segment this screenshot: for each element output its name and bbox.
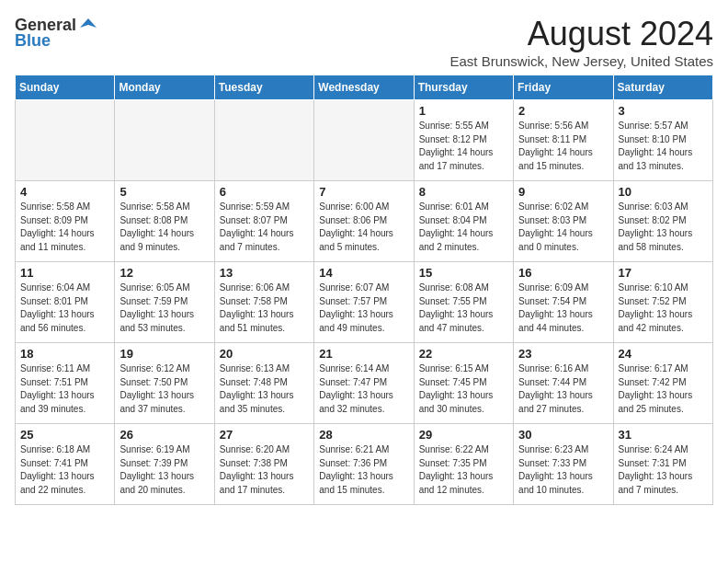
calendar-cell: 3Sunrise: 5:57 AM Sunset: 8:10 PM Daylig… [613, 100, 712, 181]
calendar-cell: 29Sunrise: 6:22 AM Sunset: 7:35 PM Dayli… [414, 424, 513, 505]
calendar-cell: 7Sunrise: 6:00 AM Sunset: 8:06 PM Daylig… [314, 181, 414, 262]
day-info: Sunrise: 6:21 AM Sunset: 7:36 PM Dayligh… [319, 443, 408, 497]
day-info: Sunrise: 6:05 AM Sunset: 7:59 PM Dayligh… [119, 282, 209, 335]
day-info: Sunrise: 6:10 AM Sunset: 7:52 PM Dayligh… [619, 282, 708, 335]
calendar-week-row: 1Sunrise: 5:55 AM Sunset: 8:12 PM Daylig… [16, 100, 713, 181]
title-area: August 2024 East Brunswick, New Jersey, … [450, 15, 714, 69]
day-info: Sunrise: 6:08 AM Sunset: 7:55 PM Dayligh… [419, 282, 508, 335]
day-number: 9 [518, 185, 608, 199]
logo-blue: Blue [15, 31, 51, 51]
day-info: Sunrise: 6:11 AM Sunset: 7:51 PM Dayligh… [20, 362, 109, 416]
day-info: Sunrise: 6:01 AM Sunset: 8:04 PM Dayligh… [419, 201, 508, 254]
calendar-cell: 20Sunrise: 6:13 AM Sunset: 7:48 PM Dayli… [214, 343, 313, 424]
calendar-cell: 16Sunrise: 6:09 AM Sunset: 7:54 PM Dayli… [514, 262, 613, 343]
day-number: 6 [220, 185, 309, 199]
calendar-cell: 19Sunrise: 6:12 AM Sunset: 7:50 PM Dayli… [115, 343, 214, 424]
day-number: 18 [20, 347, 109, 361]
weekday-header-row: SundayMondayTuesdayWednesdayThursdayFrid… [16, 75, 713, 100]
calendar-table: SundayMondayTuesdayWednesdayThursdayFrid… [15, 75, 713, 505]
day-number: 10 [619, 185, 708, 199]
day-number: 26 [119, 428, 209, 442]
calendar-cell [16, 100, 115, 181]
day-number: 14 [319, 266, 408, 280]
weekday-header-thursday: Thursday [414, 75, 513, 100]
calendar-cell: 14Sunrise: 6:07 AM Sunset: 7:57 PM Dayli… [314, 262, 414, 343]
day-number: 29 [419, 428, 508, 442]
day-number: 11 [20, 266, 109, 280]
day-number: 19 [119, 347, 209, 361]
day-info: Sunrise: 6:17 AM Sunset: 7:42 PM Dayligh… [619, 362, 708, 416]
day-info: Sunrise: 5:58 AM Sunset: 8:09 PM Dayligh… [20, 201, 109, 254]
calendar-cell: 24Sunrise: 6:17 AM Sunset: 7:42 PM Dayli… [613, 343, 712, 424]
day-number: 28 [319, 428, 408, 442]
day-info: Sunrise: 6:16 AM Sunset: 7:44 PM Dayligh… [518, 362, 608, 416]
day-info: Sunrise: 6:14 AM Sunset: 7:47 PM Dayligh… [319, 362, 408, 416]
weekday-header-friday: Friday [514, 75, 613, 100]
logo: General Blue [15, 15, 98, 51]
day-info: Sunrise: 5:59 AM Sunset: 8:07 PM Dayligh… [220, 201, 309, 254]
day-number: 23 [518, 347, 608, 361]
logo-bird-icon [78, 15, 98, 35]
calendar-cell [115, 100, 214, 181]
calendar-cell: 12Sunrise: 6:05 AM Sunset: 7:59 PM Dayli… [115, 262, 214, 343]
day-number: 30 [518, 428, 608, 442]
weekday-header-monday: Monday [115, 75, 214, 100]
day-number: 21 [319, 347, 408, 361]
day-info: Sunrise: 6:09 AM Sunset: 7:54 PM Dayligh… [518, 282, 608, 335]
calendar-week-row: 25Sunrise: 6:18 AM Sunset: 7:41 PM Dayli… [16, 424, 713, 505]
day-number: 1 [419, 104, 508, 118]
calendar-cell [214, 100, 313, 181]
calendar-cell: 31Sunrise: 6:24 AM Sunset: 7:31 PM Dayli… [613, 424, 712, 505]
day-number: 4 [20, 185, 109, 199]
day-info: Sunrise: 6:13 AM Sunset: 7:48 PM Dayligh… [220, 362, 309, 416]
calendar-week-row: 11Sunrise: 6:04 AM Sunset: 8:01 PM Dayli… [16, 262, 713, 343]
calendar-cell: 4Sunrise: 5:58 AM Sunset: 8:09 PM Daylig… [16, 181, 115, 262]
calendar-cell: 23Sunrise: 6:16 AM Sunset: 7:44 PM Dayli… [514, 343, 613, 424]
day-info: Sunrise: 6:22 AM Sunset: 7:35 PM Dayligh… [419, 443, 508, 497]
calendar-cell: 26Sunrise: 6:19 AM Sunset: 7:39 PM Dayli… [115, 424, 214, 505]
calendar-week-row: 4Sunrise: 5:58 AM Sunset: 8:09 PM Daylig… [16, 181, 713, 262]
calendar-cell: 10Sunrise: 6:03 AM Sunset: 8:02 PM Dayli… [613, 181, 712, 262]
month-year-title: August 2024 [450, 15, 714, 53]
weekday-header-saturday: Saturday [613, 75, 712, 100]
day-number: 22 [419, 347, 508, 361]
day-number: 5 [119, 185, 209, 199]
day-number: 7 [319, 185, 408, 199]
calendar-cell: 17Sunrise: 6:10 AM Sunset: 7:52 PM Dayli… [613, 262, 712, 343]
calendar-cell: 15Sunrise: 6:08 AM Sunset: 7:55 PM Dayli… [414, 262, 513, 343]
day-info: Sunrise: 6:07 AM Sunset: 7:57 PM Dayligh… [319, 282, 408, 335]
day-info: Sunrise: 6:03 AM Sunset: 8:02 PM Dayligh… [619, 201, 708, 254]
calendar-cell: 18Sunrise: 6:11 AM Sunset: 7:51 PM Dayli… [16, 343, 115, 424]
day-number: 15 [419, 266, 508, 280]
svg-marker-0 [80, 18, 97, 28]
day-info: Sunrise: 6:00 AM Sunset: 8:06 PM Dayligh… [319, 201, 408, 254]
day-info: Sunrise: 6:15 AM Sunset: 7:45 PM Dayligh… [419, 362, 508, 416]
day-number: 27 [220, 428, 309, 442]
calendar-cell: 21Sunrise: 6:14 AM Sunset: 7:47 PM Dayli… [314, 343, 414, 424]
day-info: Sunrise: 5:56 AM Sunset: 8:11 PM Dayligh… [518, 120, 608, 173]
calendar-week-row: 18Sunrise: 6:11 AM Sunset: 7:51 PM Dayli… [16, 343, 713, 424]
day-info: Sunrise: 6:20 AM Sunset: 7:38 PM Dayligh… [220, 443, 309, 497]
day-number: 16 [518, 266, 608, 280]
day-info: Sunrise: 6:06 AM Sunset: 7:58 PM Dayligh… [220, 282, 309, 335]
day-info: Sunrise: 6:19 AM Sunset: 7:39 PM Dayligh… [119, 443, 209, 497]
calendar-cell: 30Sunrise: 6:23 AM Sunset: 7:33 PM Dayli… [514, 424, 613, 505]
day-number: 25 [20, 428, 109, 442]
day-number: 20 [220, 347, 309, 361]
day-info: Sunrise: 5:57 AM Sunset: 8:10 PM Dayligh… [619, 120, 708, 173]
day-number: 3 [619, 104, 708, 118]
calendar-cell: 27Sunrise: 6:20 AM Sunset: 7:38 PM Dayli… [214, 424, 313, 505]
day-info: Sunrise: 6:02 AM Sunset: 8:03 PM Dayligh… [518, 201, 608, 254]
calendar-cell: 13Sunrise: 6:06 AM Sunset: 7:58 PM Dayli… [214, 262, 313, 343]
page-header: General Blue August 2024 East Brunswick,… [15, 15, 713, 69]
day-number: 31 [619, 428, 708, 442]
day-number: 13 [220, 266, 309, 280]
day-number: 24 [619, 347, 708, 361]
day-number: 8 [419, 185, 508, 199]
day-info: Sunrise: 6:24 AM Sunset: 7:31 PM Dayligh… [619, 443, 708, 497]
day-info: Sunrise: 5:58 AM Sunset: 8:08 PM Dayligh… [119, 201, 209, 254]
calendar-cell: 22Sunrise: 6:15 AM Sunset: 7:45 PM Dayli… [414, 343, 513, 424]
day-number: 2 [518, 104, 608, 118]
day-number: 17 [619, 266, 708, 280]
calendar-cell: 11Sunrise: 6:04 AM Sunset: 8:01 PM Dayli… [16, 262, 115, 343]
